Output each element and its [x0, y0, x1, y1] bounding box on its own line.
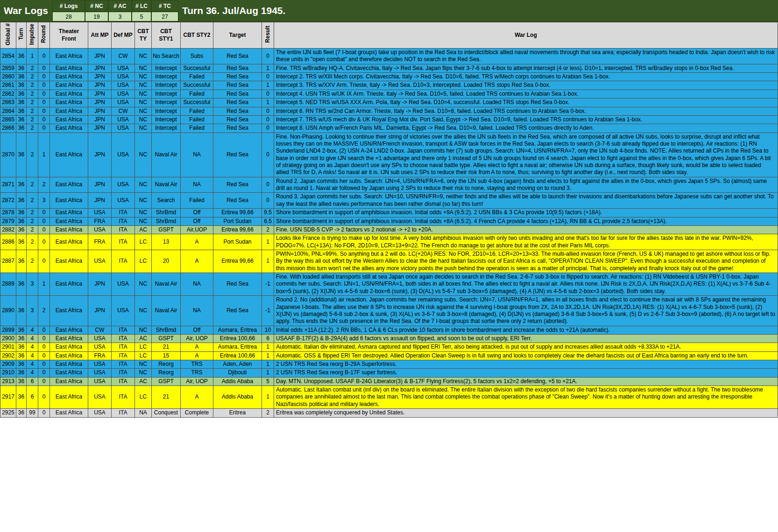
- table-row-2902: 29023640East AfricaFRAITALC15AEritrea 10…: [0, 351, 778, 360]
- result-cell: 1: [262, 64, 274, 72]
- war-log-cell: Intercept 6. RN TRS w/2nd Can Armor. Tri…: [274, 107, 778, 115]
- cbt-sty1-cell: Conquest: [152, 409, 181, 417]
- def-mp-cell: ITA: [112, 386, 135, 409]
- war-log-cell: USAAF B-17F(2) & B-29A(4) add 6 factors …: [274, 334, 778, 343]
- war-log-cell: Fine. USN SDB-5 CVP -> 2 factors vs 2 no…: [274, 225, 778, 234]
- global-number-cell: 2889: [0, 273, 16, 296]
- theater-front-cell: East Africa: [50, 64, 88, 72]
- def-mp-cell: USA: [112, 81, 135, 90]
- def-mp-cell: ITA: [112, 351, 135, 360]
- global-number-cell: 2854: [0, 49, 16, 64]
- war-log-cell: Looks like France is trying to make up f…: [274, 234, 778, 250]
- att-mp-cell: USA: [88, 377, 112, 385]
- cbt-sty2-cell: Failed: [181, 124, 213, 133]
- result-cell: 1: [262, 250, 274, 273]
- round-cell: 0: [38, 73, 50, 81]
- turn-cell: 36: [16, 217, 27, 225]
- global-number-cell: 2910: [0, 369, 16, 377]
- war-log-cell: Shore bombardment in support of amphibio…: [274, 217, 778, 225]
- round-cell: 0: [38, 343, 50, 351]
- att-mp-cell: JPN: [88, 115, 112, 124]
- stat-label-ac: # AC: [108, 0, 132, 12]
- round-cell: 1: [38, 273, 50, 296]
- global-number-cell: 2917: [0, 386, 16, 409]
- result-cell: 0: [262, 124, 274, 133]
- impulse-cell: 4: [27, 360, 38, 369]
- stat-value-ac: 3: [108, 12, 132, 21]
- round-cell: 0: [38, 386, 50, 409]
- target-cell: Eritrea 99,66: [213, 209, 262, 217]
- target-cell: Red Sea: [213, 73, 262, 81]
- turn-cell: 36: [16, 115, 27, 124]
- round-cell: 0: [38, 351, 50, 360]
- theater-front-cell: East Africa: [50, 49, 88, 64]
- target-cell: Red Sea: [213, 107, 262, 115]
- impulse-cell: 2: [27, 250, 38, 273]
- turn-cell: 36: [16, 193, 27, 209]
- theater-front-cell: East Africa: [50, 225, 88, 234]
- cbt-sty1-cell: GSPT: [152, 334, 181, 343]
- column-header-result-label: Result: [264, 26, 271, 43]
- att-mp-cell: CW: [88, 326, 112, 334]
- column-header-round: Round: [38, 22, 50, 49]
- target-cell: Red Sea: [213, 98, 262, 107]
- round-cell: 0: [38, 98, 50, 107]
- theater-front-cell: East Africa: [50, 334, 88, 343]
- round-cell: 0: [38, 49, 50, 64]
- war-log-table-head: Global # Turn Impulse Round Theater Fron…: [0, 22, 778, 49]
- turn-cell: 36: [16, 273, 27, 296]
- att-mp-cell: JPN: [88, 73, 112, 81]
- result-cell: 1: [262, 98, 274, 107]
- table-row-2860: 28603620East AfricaJPNUSANCInterceptFail…: [0, 73, 778, 81]
- result-cell: 0: [262, 115, 274, 124]
- att-mp-cell: USA: [88, 409, 112, 417]
- target-cell: Eritrea 100,66: [213, 334, 262, 343]
- result-cell: 6: [262, 334, 274, 343]
- cbt-ty-cell: NC: [135, 90, 152, 98]
- def-mp-cell: USA: [112, 124, 135, 133]
- round-cell: 0: [38, 217, 50, 225]
- target-cell: Aden, Aden: [213, 360, 262, 369]
- turn-cell: 36: [16, 177, 27, 193]
- theater-front-cell: East Africa: [50, 377, 88, 385]
- war-log-cell: Automatic. Italian div eliminated, Asmar…: [274, 343, 778, 351]
- def-mp-cell: USA: [112, 90, 135, 98]
- cbt-sty1-cell: Naval Air: [152, 177, 181, 193]
- cbt-sty2-cell: NA: [181, 296, 213, 326]
- turn-cell: 36: [16, 351, 27, 360]
- result-cell: 1: [262, 360, 274, 369]
- cbt-ty-cell: LC: [135, 234, 152, 250]
- att-mp-cell: JPN: [88, 296, 112, 326]
- table-row-2900: 29003640East AfricaUSAITAACGSPTAir, UOPE…: [0, 334, 778, 343]
- impulse-cell: 2: [27, 177, 38, 193]
- cbt-sty2-cell: NA: [181, 177, 213, 193]
- table-row-2899: 28993640East AfricaCWITANCShrBmdOffAsmar…: [0, 326, 778, 334]
- att-mp-cell: JPN: [88, 64, 112, 72]
- war-logs-sheet: War Logs # Logs # NC # AC # LC # TC 28 1…: [0, 0, 778, 418]
- turn-cell: 36: [16, 343, 27, 351]
- target-cell: Addis Ababa: [213, 386, 262, 409]
- war-log-cell: Intercept 3. TRS w/XXV Arm. Trieste, Ita…: [274, 81, 778, 90]
- cbt-sty2-cell: A: [181, 343, 213, 351]
- cbt-ty-cell: NC: [135, 107, 152, 115]
- global-number-cell: 2863: [0, 98, 16, 107]
- impulse-cell: 2: [27, 98, 38, 107]
- target-cell: Eritrea 99,66: [213, 250, 262, 273]
- impulse-cell: 4: [27, 326, 38, 334]
- war-log-cell: Round 2. Japan commits her subs. Search:…: [274, 177, 778, 193]
- global-number-cell: 2913: [0, 377, 16, 385]
- def-mp-cell: USA: [112, 115, 135, 124]
- result-cell: 0: [262, 107, 274, 115]
- column-header-cbt-sty2: CBT STY2: [181, 22, 213, 49]
- cbt-sty1-cell: No Search: [152, 49, 181, 64]
- global-number-cell: 2882: [0, 225, 16, 234]
- result-cell: 9.5: [262, 209, 274, 217]
- result-cell: 0: [262, 73, 274, 81]
- result-cell: 5: [262, 377, 274, 385]
- def-mp-cell: CW: [112, 107, 135, 115]
- cbt-ty-cell: NC: [135, 296, 152, 326]
- turn-cell: 36: [16, 360, 27, 369]
- cbt-sty2-cell: Off: [181, 209, 213, 217]
- target-cell: Red Sea: [213, 296, 262, 326]
- cbt-sty2-cell: Failed: [181, 115, 213, 124]
